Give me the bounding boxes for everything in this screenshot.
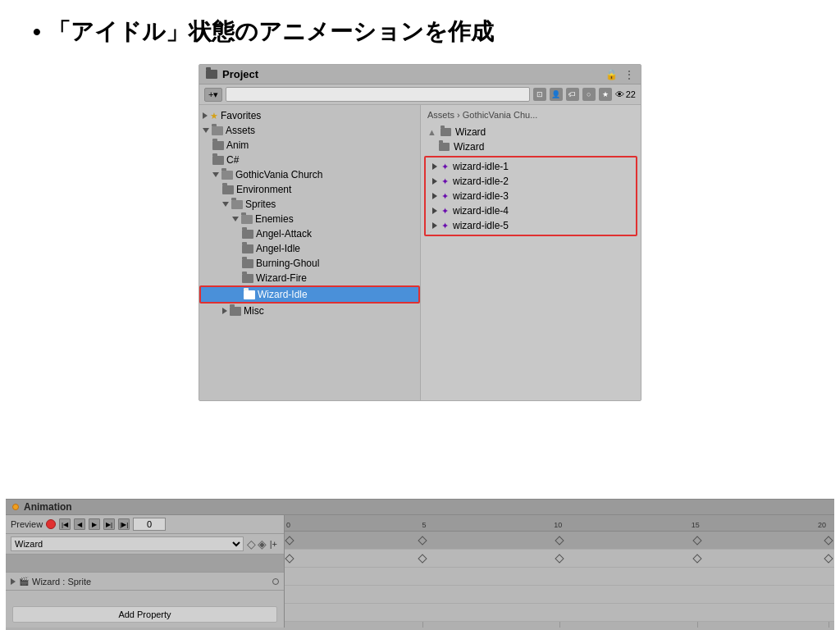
timeline-row-main[interactable]	[285, 532, 834, 550]
controls-spacer	[6, 591, 284, 603]
tree-item-wizard-fire[interactable]: Wizard-Fire	[199, 271, 420, 285]
tree-item-csharp[interactable]: C#	[199, 153, 420, 167]
add-button[interactable]: +▾	[204, 88, 222, 102]
ruler-marks: 0 5 10 15 20	[285, 515, 834, 531]
track-icon: 🎬	[19, 577, 29, 586]
tree-item-sprites[interactable]: Sprites	[199, 197, 420, 212]
folder-icon	[212, 156, 224, 165]
folder-icon	[242, 244, 253, 253]
tree-label: Burning-Ghoul	[256, 258, 319, 269]
tree-item-angel-idle[interactable]: Angel-Idle	[199, 241, 420, 256]
tree-item-misc[interactable]: Misc	[199, 304, 420, 318]
tree-item-environment[interactable]: Environment	[199, 182, 420, 197]
tree-item-burning-ghoul[interactable]: Burning-Ghoul	[199, 256, 420, 271]
step-forward-button[interactable]: ▶|	[103, 518, 115, 530]
tree-item-gothicvania[interactable]: GothicVania Church	[199, 167, 420, 182]
asset-label: wizard-idle-2	[453, 176, 509, 187]
tree-item-anim[interactable]: Anim	[199, 138, 420, 153]
animation-controls: Preview |◀ ◀ ▶ ▶| |▶| Wizard ◇ ◈ |+	[6, 515, 285, 628]
triangle-icon: ▲	[427, 127, 436, 137]
tag-icon[interactable]: 🏷	[566, 88, 579, 101]
arrow-right-icon	[432, 208, 437, 214]
preview-label: Preview	[11, 519, 43, 529]
tree-label: Angel-Idle	[256, 243, 300, 254]
prev-keyframe-button[interactable]: ◇	[247, 537, 256, 550]
wizard-idle-item-3[interactable]: ✦ wizard-idle-3	[426, 189, 636, 203]
animation-titlebar: Animation	[6, 500, 834, 515]
project-window: Project 🔒 ⋮ +▾ ⊡ 👤 🏷 ○ ★ 👁 22	[199, 64, 641, 401]
wizard-idle-item-2[interactable]: ✦ wizard-idle-2	[426, 174, 636, 189]
arrow-right-icon	[432, 178, 437, 185]
arrow-right-icon	[432, 222, 437, 229]
project-folder-icon	[206, 70, 217, 79]
frame-input[interactable]	[133, 518, 166, 531]
keyframe-5	[418, 536, 427, 545]
arrow-right-icon	[432, 193, 437, 199]
star-toolbar-icon[interactable]: ★	[599, 88, 612, 101]
record-button[interactable]	[46, 519, 56, 529]
tree-label: GothicVania Church	[235, 169, 323, 180]
project-titlebar: Project 🔒 ⋮	[199, 65, 641, 84]
object-select[interactable]: Wizard	[11, 536, 244, 551]
animation-panel: Animation Preview |◀ ◀ ▶ ▶| |▶| Wizard	[6, 499, 834, 630]
animation-title-label: Animation	[24, 501, 72, 513]
asset-item-wizard-folder[interactable]: Wizard	[421, 139, 641, 154]
ruler-mark-5: 5	[422, 521, 427, 529]
folder-icon	[230, 307, 241, 316]
wizard-idle-group: ✦ wizard-idle-1 ✦ wizard-idle-2 ✦ wizard…	[424, 156, 637, 236]
eye-icon: 👁	[615, 89, 624, 99]
project-titlebar-right: 🔒 ⋮	[605, 69, 634, 80]
asset-item-wizard-open[interactable]: ▲ Wizard	[421, 125, 641, 139]
arrow-down-icon	[232, 217, 239, 221]
bullet-point: •	[33, 19, 41, 45]
tree-item-angel-attack[interactable]: Angel-Attack	[199, 226, 420, 241]
next-keyframe-button[interactable]: |+	[268, 539, 279, 549]
arrow-right-icon	[432, 163, 437, 170]
preview-row: Preview |◀ ◀ ▶ ▶| |▶|	[6, 515, 284, 534]
wizard-idle-item-4[interactable]: ✦ wizard-idle-4	[426, 203, 636, 218]
keyframe-controls: ◇ ◈ |+	[247, 537, 279, 550]
wizard-idle-item-5[interactable]: ✦ wizard-idle-5	[426, 218, 636, 233]
sprite-keyframe-20	[824, 554, 833, 563]
person-icon[interactable]: 👤	[550, 88, 563, 101]
asset-label: wizard-idle-1	[453, 161, 509, 172]
asset-label: wizard-idle-3	[453, 190, 509, 202]
arrow-down-icon	[222, 202, 229, 207]
folder-open-icon	[441, 128, 451, 136]
tree-label: Environment	[236, 184, 291, 195]
timeline-row-sprite[interactable]	[285, 550, 834, 568]
tree-item-favorites[interactable]: ★ Favorites	[199, 108, 420, 123]
more-icon[interactable]: ⋮	[624, 69, 634, 80]
wizard-idle-item-1[interactable]: ✦ wizard-idle-1	[426, 159, 636, 174]
step-back-button[interactable]: ◀	[74, 518, 85, 530]
play-button[interactable]: ▶	[89, 518, 100, 530]
animation-dot-icon	[12, 504, 19, 510]
sprite-icon: ✦	[441, 176, 449, 187]
add-property-button[interactable]: Add Property	[12, 606, 277, 623]
timeline-row-empty-1	[285, 568, 834, 586]
asset-list: Assets › GothicVania Chu... ▲ Wizard Wiz…	[421, 105, 641, 400]
eye-count: 22	[626, 89, 636, 99]
sprite-icon: ✦	[441, 221, 449, 231]
folder-open-icon	[241, 215, 253, 224]
eye-count-area: 👁 22	[615, 89, 636, 99]
tree-label: Wizard-Idle	[258, 289, 308, 300]
tree-item-enemies[interactable]: Enemies	[199, 212, 420, 226]
filter-icon[interactable]: ⊡	[533, 88, 546, 101]
keyframe-0	[285, 536, 294, 545]
track-expand-arrow[interactable]	[11, 578, 16, 585]
skip-back-button[interactable]: |◀	[59, 518, 71, 530]
skip-forward-button[interactable]: |▶|	[118, 518, 130, 530]
tree-item-assets[interactable]: Assets	[199, 123, 420, 138]
track-record-circle[interactable]	[272, 578, 279, 585]
tree-label: Wizard-Fire	[256, 272, 307, 284]
timeline-ruler: 0 5 10 15 20	[285, 515, 834, 532]
project-content: ★ Favorites Assets Anim C#	[199, 105, 641, 400]
add-keyframe-button[interactable]: ◈	[258, 537, 267, 550]
search-input[interactable]	[226, 87, 529, 102]
circle-icon[interactable]: ○	[582, 88, 596, 101]
sprite-track-row: 🎬 Wizard : Sprite	[6, 573, 284, 591]
page-title: • 「アイドル」状態のアニメーションを作成	[0, 0, 840, 56]
tree-item-wizard-idle[interactable]: Wizard-Idle	[199, 285, 420, 304]
lock-icon: 🔒	[605, 69, 618, 80]
